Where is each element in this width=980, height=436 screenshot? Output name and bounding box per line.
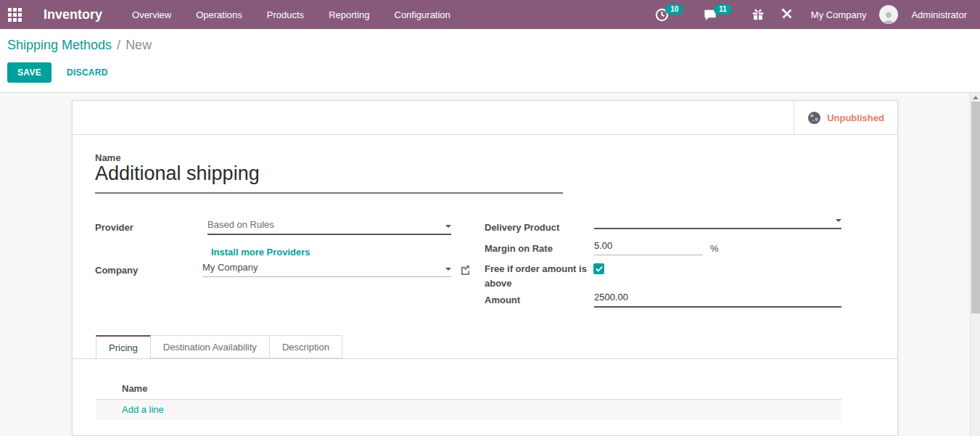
control-panel: Shipping Methods / New SAVE DISCARD <box>0 29 980 93</box>
provider-value: Based on Rules <box>207 219 274 230</box>
pricing-table-header-name: Name <box>96 379 841 400</box>
provider-label: Provider <box>95 222 133 233</box>
sheet-top-strip: Unpublished <box>73 101 897 135</box>
company-open-record-button[interactable] <box>460 264 471 278</box>
form-sheet: Unpublished Name Additional shipping Pro… <box>72 100 898 436</box>
gift-icon <box>752 8 765 21</box>
tab-pricing[interactable]: Pricing <box>96 335 151 359</box>
tools-icon <box>781 8 794 21</box>
nav-reporting[interactable]: Reporting <box>319 5 379 25</box>
company-select[interactable]: My Company <box>202 262 451 277</box>
pricing-table: Name Add a line <box>96 379 841 420</box>
provider-caret-icon <box>445 225 451 228</box>
user-silhouette-icon <box>881 10 896 24</box>
tools-button[interactable] <box>776 5 798 24</box>
breadcrumb-parent-link[interactable]: Shipping Methods <box>7 38 112 53</box>
nav-products[interactable]: Products <box>258 5 313 25</box>
save-button[interactable]: SAVE <box>7 62 52 83</box>
margin-percent-suffix: % <box>710 243 719 254</box>
external-link-icon <box>460 264 471 275</box>
free-if-checkbox[interactable] <box>593 263 604 274</box>
gift-button[interactable] <box>747 5 769 24</box>
top-menu: Overview Operations Products Reporting C… <box>123 5 460 25</box>
topbar-right: 10 11 <box>651 5 980 25</box>
user-menu[interactable]: Administrator <box>905 9 973 20</box>
company-caret-icon <box>445 268 451 271</box>
install-providers-link[interactable]: Install more Providers <box>211 247 310 258</box>
nav-overview[interactable]: Overview <box>123 5 181 25</box>
activities-count-badge: 10 <box>665 4 683 15</box>
avatar[interactable] <box>879 5 898 24</box>
scrollbar-thumb[interactable] <box>971 102 980 313</box>
name-input[interactable]: Additional shipping <box>95 163 563 194</box>
company-switcher[interactable]: My Company <box>805 9 873 20</box>
app-name[interactable]: Inventory <box>44 7 102 22</box>
top-navbar: Inventory Overview Operations Products R… <box>0 0 980 29</box>
tab-destination-availability[interactable]: Destination Availability <box>151 335 270 358</box>
company-label: Company <box>95 265 138 276</box>
vertical-scrollbar[interactable] <box>970 93 980 436</box>
screen: Inventory Overview Operations Products R… <box>0 0 980 436</box>
delivery-product-caret-icon <box>836 219 841 222</box>
notebook-tabs: Pricing Destination Availability Descrip… <box>73 335 897 359</box>
breadcrumb-current: New <box>125 38 152 53</box>
discard-button[interactable]: DISCARD <box>61 62 114 83</box>
delivery-product-label: Delivery Product <box>485 222 559 233</box>
amount-label: Amount <box>485 295 520 305</box>
apps-grid-icon <box>8 8 22 22</box>
publish-status-label: Unpublished <box>827 112 884 123</box>
tab-description[interactable]: Description <box>270 335 342 358</box>
company-value: My Company <box>202 262 258 273</box>
scrollbar-up-arrow-icon[interactable] <box>973 96 979 99</box>
control-panel-buttons: SAVE DISCARD <box>7 62 973 83</box>
nav-operations[interactable]: Operations <box>186 5 252 25</box>
nav-configuration[interactable]: Configuration <box>385 5 460 25</box>
publish-status-button[interactable]: Unpublished <box>794 101 897 134</box>
messages-count-badge: 11 <box>714 4 732 15</box>
check-icon <box>596 266 603 272</box>
add-a-line-link[interactable]: Add a line <box>122 404 164 415</box>
globe-icon <box>807 111 821 125</box>
activities-button[interactable]: 10 <box>651 5 691 25</box>
free-if-label: Free if order amount is above <box>485 262 588 291</box>
breadcrumb: Shipping Methods / New <box>7 38 973 53</box>
breadcrumb-separator: / <box>117 38 120 53</box>
provider-select[interactable]: Based on Rules <box>207 219 451 235</box>
apps-menu-button[interactable] <box>0 0 29 29</box>
margin-on-rate-input[interactable]: 5.00 <box>594 240 703 255</box>
amount-input[interactable]: 2500.00 <box>594 292 841 308</box>
margin-on-rate-label: Margin on Rate <box>485 243 553 254</box>
delivery-product-select[interactable] <box>594 219 841 229</box>
name-label: Name <box>95 152 120 163</box>
content-area: Unpublished Name Additional shipping Pro… <box>0 93 980 436</box>
messages-button[interactable]: 11 <box>699 5 740 25</box>
add-a-line-row[interactable]: Add a line <box>96 400 841 420</box>
